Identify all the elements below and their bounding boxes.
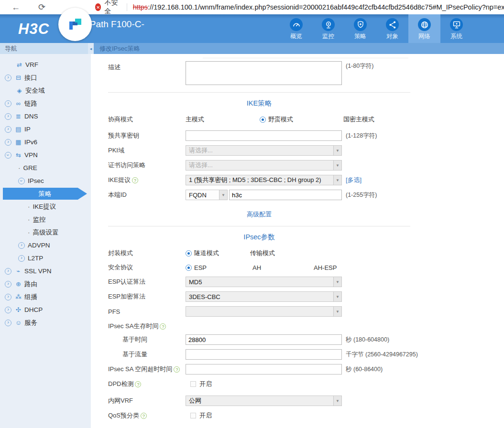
description-textarea[interactable] (186, 61, 342, 85)
cert-policy-select[interactable]: 请选择... ▼ (186, 160, 342, 171)
sidebar-item-组播[interactable]: ›⁂组播 (0, 290, 91, 303)
sidebar-item-接口[interactable]: ›⊟接口 (0, 71, 91, 84)
sidebar-item-链路[interactable]: ›∞链路 (0, 97, 91, 110)
cert-policy-value: 请选择... (186, 161, 333, 170)
inner-vrf-label: 内网VRF (108, 396, 186, 405)
pfs-label: PFS (108, 308, 186, 315)
qos-enable-checkbox[interactable]: 开启 (186, 411, 212, 420)
radio-ah-esp[interactable]: AH-ESP (314, 264, 337, 271)
advanced-config-link[interactable]: 高级配置 (247, 211, 272, 218)
expand-icon[interactable]: › (5, 139, 11, 146)
sidebar-item-VRF[interactable]: ⇄VRF (0, 58, 91, 71)
pfs-select[interactable]: ▼ (186, 306, 342, 317)
primary-tab-objects[interactable]: 对象 (376, 14, 408, 43)
sidebar-item-路由[interactable]: ›⊕路由 (0, 278, 91, 290)
sa-lifetime-label-text: IPsec SA生存时间 (108, 322, 158, 331)
help-icon[interactable]: ? (132, 177, 138, 183)
primary-tab-system[interactable]: 系统 (440, 14, 472, 43)
h3c-logo: H3C (18, 21, 49, 43)
expand-icon[interactable]: › (5, 75, 11, 81)
radio-main-mode[interactable]: 主模式 (186, 115, 260, 124)
ssl-vpn-icon: ⌁ (14, 268, 22, 275)
sidebar-item-安全域[interactable]: ◈安全域 (0, 84, 91, 97)
sidebar-item-SSL VPN[interactable]: ›⌁SSL VPN (0, 265, 91, 278)
radio-tunnel-mode[interactable]: 隧道模式 (186, 249, 250, 257)
radio-ah[interactable]: AH (252, 264, 314, 271)
expand-icon[interactable]: › (5, 268, 11, 275)
primary-tab-network[interactable]: 网络 (408, 14, 440, 43)
esp-auth-select[interactable]: MD5 ▼ (186, 277, 342, 287)
radio-transport-mode[interactable]: 传输模式 (250, 249, 275, 257)
inner-vrf-select[interactable]: 公网 ▼ (186, 396, 342, 406)
expand-icon[interactable]: › (5, 100, 11, 107)
address-bar[interactable]: https://192.168.100.1/wnm/frame/index.ph… (133, 3, 504, 11)
url-text: ://192.168.100.1/wnm/frame/index.php?ses… (148, 3, 504, 11)
collapse-icon[interactable]: › (18, 178, 25, 184)
expand-icon[interactable]: › (5, 320, 11, 326)
idle-timeout-label-text: IPsec SA 空闲超时时间 (108, 365, 172, 374)
multicast-icon: ⁂ (14, 293, 22, 300)
idle-timeout-label: IPsec SA 空闲超时时间 ? (108, 365, 186, 374)
help-icon[interactable]: ? (141, 413, 147, 419)
idle-timeout-input[interactable] (186, 364, 342, 374)
sidebar-item-IPsec[interactable]: ›IPsec (0, 174, 91, 187)
expand-icon[interactable]: › (5, 307, 11, 313)
dpd-label: DPD检测 ? (108, 380, 186, 388)
sidebar-item-监控[interactable]: ·监控 (0, 213, 91, 226)
traffic-based-input[interactable] (186, 349, 342, 360)
expand-icon[interactable]: › (18, 242, 25, 249)
chevron-down-icon: ▼ (333, 146, 341, 155)
sidebar-collapse-icon[interactable]: ◂ (88, 43, 94, 54)
dpd-enable-checkbox[interactable]: 开启 (186, 380, 212, 388)
psk-input[interactable] (186, 130, 342, 141)
collapse-icon[interactable]: › (5, 152, 11, 159)
radio-aggressive-mode[interactable]: 野蛮模式 (260, 115, 343, 124)
sidebar-item-服务[interactable]: ›☺服务 (0, 316, 91, 329)
sidebar-item-DHCP[interactable]: ›✣DHCP (0, 303, 91, 316)
checkbox-icon (190, 381, 196, 387)
sidebar-title: 导航 (0, 43, 88, 54)
sidebar-item-VPN[interactable]: ›⇆VPN (0, 149, 91, 161)
expand-icon[interactable]: › (5, 113, 11, 120)
app-header: H3C SecPath F100-C-A3 概览监控策略对象网络系统 (0, 14, 504, 43)
help-icon[interactable]: ? (160, 323, 166, 330)
sidebar-item-高级设置[interactable]: ·高级设置 (0, 226, 91, 239)
ike-proposal-select[interactable]: 1 (预共享密钥 ; MD5 ; 3DES-CBC ; DH group 2) … (186, 175, 342, 185)
sidebar-item-IPv6[interactable]: ›▦IPv6 (0, 136, 91, 149)
qos-enable-label: 开启 (199, 411, 212, 420)
chevron-down-icon: ▼ (219, 190, 227, 200)
radio-gm-main-mode[interactable]: 国密主模式 (343, 115, 374, 124)
help-icon[interactable]: ? (135, 381, 141, 387)
help-icon[interactable]: ? (174, 366, 180, 373)
esp-enc-select[interactable]: 3DES-CBC ▼ (186, 291, 342, 302)
radio-esp[interactable]: ESP (186, 264, 252, 271)
primary-tab-policy[interactable]: 策略 (344, 14, 376, 43)
expand-icon[interactable]: › (5, 294, 11, 300)
expand-icon[interactable]: › (5, 126, 11, 133)
time-based-hint: 秒 (180-604800) (346, 336, 389, 344)
time-based-input[interactable] (186, 334, 342, 345)
pki-domain-select[interactable]: 请选择... ▼ (186, 145, 342, 156)
radio-selected-icon (186, 265, 192, 271)
security-badge[interactable]: ✕ 不安全 (95, 0, 120, 16)
traffic-based-label: 基于流量 (108, 350, 186, 359)
link-icon: ∞ (14, 100, 22, 107)
breadcrumb: 修改IPsec策略 (94, 43, 504, 54)
expand-icon[interactable]: › (5, 281, 11, 288)
sidebar-item-IKE提议[interactable]: ·IKE提议 (0, 200, 91, 213)
sidebar-item-DNS[interactable]: ›≣DNS (0, 110, 91, 123)
sidebar-item-L2TP[interactable]: ›L2TP (0, 252, 91, 265)
sidebar-item-IP[interactable]: ›▤IP (0, 123, 91, 136)
primary-tab-monitor[interactable]: 监控 (312, 14, 344, 43)
local-id-type-select[interactable]: FQDN ▼ (186, 190, 228, 200)
overlay-logo-badge (58, 8, 92, 41)
sidebar-item-策略-selected[interactable]: 策略 (3, 188, 87, 200)
multi-select-link[interactable]: [多选] (346, 176, 362, 184)
sidebar-item-GRE[interactable]: ·GRE (0, 161, 91, 174)
primary-tab-overview[interactable]: 概览 (280, 14, 312, 43)
browser-reload-icon[interactable]: ⟳ (34, 3, 49, 11)
browser-back-icon[interactable]: ← (8, 3, 24, 11)
expand-icon[interactable]: › (18, 255, 25, 262)
sidebar-item-ADVPN[interactable]: ›ADVPN (0, 239, 91, 252)
local-id-input[interactable] (229, 190, 342, 200)
